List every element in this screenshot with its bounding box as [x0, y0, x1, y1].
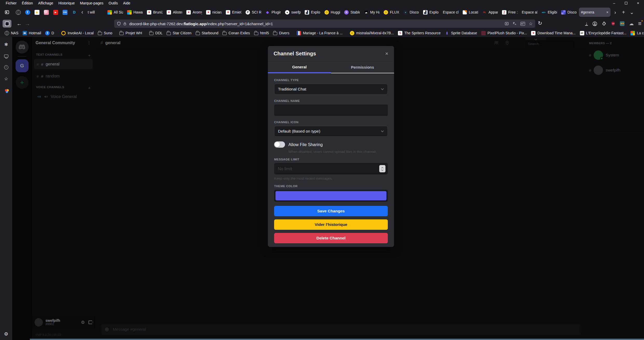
menu-outils[interactable]: Outils	[106, 1, 120, 6]
bookmark-item[interactable]: Divers	[271, 30, 292, 36]
pinned-tab-1[interactable]	[13, 8, 23, 17]
browser-tab[interactable]: My Ha	[362, 8, 382, 17]
extension-palette-icon[interactable]	[3, 87, 9, 93]
browser-tab[interactable]: Huggi	[322, 8, 342, 17]
save-changes-button[interactable]: Save Changes	[274, 206, 388, 216]
browser-tab[interactable]: FLUX.2	[382, 8, 401, 17]
maximize-button[interactable]	[620, 0, 632, 6]
ublock-icon[interactable]: UO	[611, 21, 615, 26]
delete-channel-button[interactable]: Delete Channel	[274, 233, 388, 243]
browser-tab[interactable]: Bruni2	[145, 8, 165, 17]
account-button[interactable]	[592, 21, 597, 26]
forward-button[interactable]: →	[23, 19, 32, 28]
bookmark-item[interactable]: html5	[252, 30, 271, 36]
bookmark-item[interactable]: L'Encyclopédie Fantast...	[578, 30, 629, 36]
userscript-manager-icon[interactable]	[620, 21, 625, 26]
scroll-tabs-right-button[interactable]: ›	[611, 8, 619, 17]
bookmark-item[interactable]: Hotmail	[21, 30, 43, 36]
browser-tab[interactable]: #genera ×	[579, 8, 611, 17]
browser-tab[interactable]: Explor	[421, 8, 441, 17]
bookmarks-icon[interactable]: ☆	[3, 76, 9, 82]
channel-name-input[interactable]	[274, 104, 388, 116]
browser-tab[interactable]: Appar	[480, 8, 500, 17]
tab-permissions[interactable]: Permissions	[331, 61, 394, 73]
bookmark-item[interactable]: Sprite Database	[443, 30, 479, 36]
pinned-tab-3[interactable]	[32, 8, 42, 17]
bookmark-item[interactable]: InvokeAI - Local	[59, 30, 96, 36]
menu-affichage[interactable]: Affichage	[36, 1, 56, 6]
dictionary-icon[interactable]: A?	[520, 22, 525, 26]
bookmark-item[interactable]: The Spriters Resource	[396, 30, 443, 36]
channel-icon-select[interactable]: Default (Based on type)	[274, 126, 388, 137]
modal-close-icon[interactable]: ×	[385, 50, 388, 57]
bookmark-item[interactable]: mistralai/Mixtral-8x7B...	[348, 30, 396, 36]
save-to-pocket-icon[interactable]	[505, 22, 509, 26]
browser-tab[interactable]: Free :	[500, 8, 520, 17]
extensions-icon[interactable]	[602, 21, 606, 26]
pinned-tab-4[interactable]	[42, 8, 51, 17]
clear-history-button[interactable]: Vider l'historique	[274, 219, 388, 230]
back-button[interactable]: ←	[15, 19, 23, 28]
theme-color-input[interactable]	[274, 190, 388, 202]
firefox-view-button[interactable]	[2, 8, 12, 17]
browser-tab[interactable]: Espace abo	[520, 8, 539, 17]
translate-icon[interactable]: A	[512, 22, 517, 26]
list-all-tabs-button[interactable]: ⌄	[628, 8, 636, 17]
browser-tab[interactable]: Discor	[401, 8, 421, 17]
channel-type-select[interactable]: Traditional Chat	[274, 84, 388, 95]
new-tab-button[interactable]: +	[619, 8, 628, 17]
bookmark-item[interactable]: Download Time Mana...	[529, 30, 578, 36]
browser-tab[interactable]: SCI RE	[243, 8, 263, 17]
pinned-tab-5[interactable]	[51, 8, 60, 17]
ai-chatbot-icon[interactable]: ✻	[3, 42, 9, 47]
menu-aide[interactable]: Aide	[120, 1, 133, 6]
bookmark-item[interactable]: La connexion Wifi et E...	[628, 30, 644, 36]
close-window-button[interactable]: ×	[632, 0, 644, 6]
pinned-tab-6[interactable]	[60, 8, 70, 17]
browser-tab[interactable]: Espace clie	[441, 8, 460, 17]
sidebar-toggle-button[interactable]	[3, 20, 11, 28]
bookmark-item[interactable]: NAS	[3, 30, 21, 36]
bookmark-star-icon[interactable]: ☆	[529, 21, 533, 27]
bookmark-item[interactable]: Starbound	[194, 30, 221, 36]
url-bar[interactable]: discord-like-php-chat-7262.dev.flatlogic…	[114, 19, 535, 28]
sidebar-settings-gear-icon[interactable]: ⚙	[0, 331, 12, 337]
browser-tab[interactable]: Explor	[303, 8, 322, 17]
browser-tab[interactable]: t will	[86, 8, 105, 17]
tab-close-icon[interactable]: ×	[606, 10, 608, 14]
pinned-tab-7[interactable]	[70, 8, 79, 17]
menu-edition[interactable]: Édition	[19, 1, 36, 6]
menu-marque-pages[interactable]: Marque-pages	[77, 1, 106, 6]
reload-button[interactable]: ↻	[538, 20, 542, 26]
bookmark-item[interactable]: DDL	[147, 30, 165, 36]
browser-tab[interactable]: niciara	[204, 8, 224, 17]
browser-tab[interactable]: Hawai	[125, 8, 145, 17]
browser-tab[interactable]: Emie0	[224, 8, 243, 17]
message-limit-input[interactable]: No limit	[274, 163, 388, 174]
minimize-button[interactable]: –	[608, 0, 620, 6]
tab-general[interactable]: General	[268, 61, 331, 73]
menu-fichier[interactable]: Fichier	[3, 1, 19, 6]
browser-tab[interactable]: Aromy	[184, 8, 204, 17]
cloud-icon[interactable]: ☁	[629, 21, 634, 27]
scroll-tabs-left-button[interactable]: ‹	[79, 8, 86, 17]
bookmark-item[interactable]: D	[43, 30, 56, 36]
number-spinner[interactable]	[379, 165, 385, 172]
browser-tab[interactable]: swefpi	[283, 8, 303, 17]
browser-tab[interactable]: All Siz	[105, 8, 125, 17]
browser-tab[interactable]: Alister	[165, 8, 184, 17]
browser-tab[interactable]: Plugin	[263, 8, 283, 17]
bookmark-item[interactable]: Star Citizen	[165, 30, 193, 36]
browser-tab[interactable]: Stable	[342, 8, 362, 17]
downloads-button[interactable]: ↓	[585, 22, 588, 26]
browser-tab[interactable]: Locati	[460, 8, 480, 17]
menu-historique[interactable]: Historique	[56, 1, 77, 6]
synced-tabs-icon[interactable]	[3, 53, 9, 59]
bookmark-item[interactable]: Suno	[96, 30, 114, 36]
browser-tab[interactable]: Discor	[559, 8, 579, 17]
bookmark-item[interactable]: PixelPlush Studio - Pix...	[479, 30, 529, 36]
browser-tab[interactable]: Eligibi	[539, 8, 559, 17]
history-icon[interactable]	[3, 64, 9, 70]
bookmark-item[interactable]: Mariage - La France à ...	[295, 30, 345, 36]
bookmark-item[interactable]: Projet WH	[117, 30, 144, 36]
